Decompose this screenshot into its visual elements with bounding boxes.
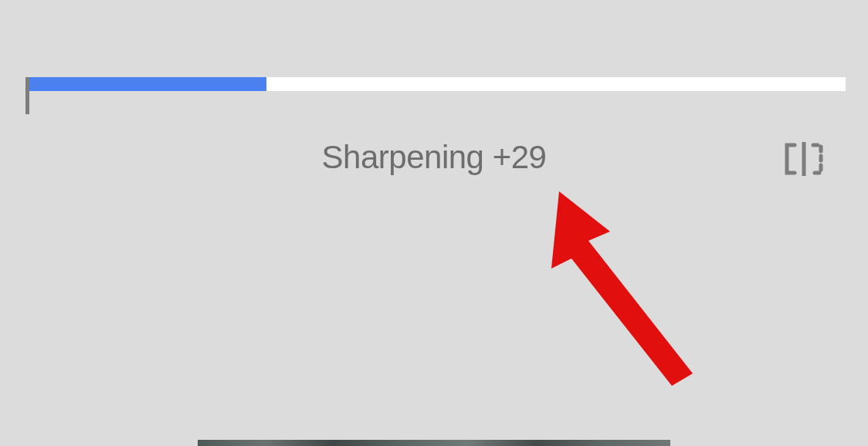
thumbnail-strip — [198, 440, 670, 446]
annotation-arrow — [541, 185, 710, 386]
adjustment-slider[interactable] — [25, 77, 846, 114]
slider-fill — [29, 77, 266, 91]
compare-icon[interactable] — [782, 142, 826, 176]
slider-origin-tick — [25, 77, 29, 114]
svg-marker-1 — [551, 191, 693, 386]
adjustment-label-row: Sharpening +29 — [0, 139, 868, 185]
adjustment-value: +29 — [493, 139, 547, 175]
adjustment-name: Sharpening — [322, 139, 484, 175]
adjustment-label: Sharpening +29 — [0, 139, 868, 176]
